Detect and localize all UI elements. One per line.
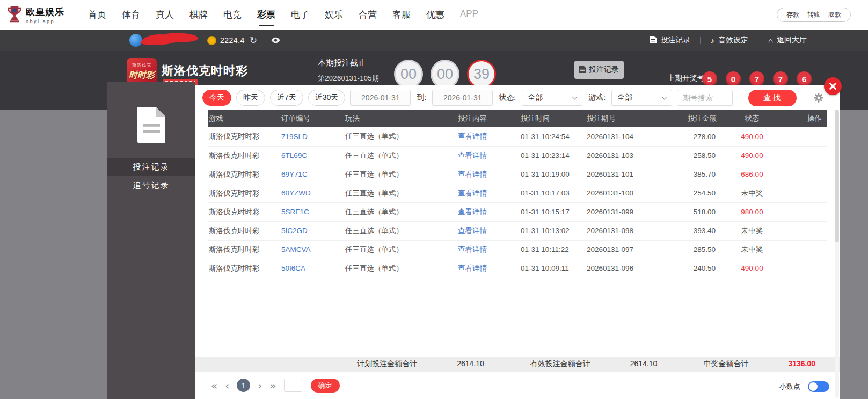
prev-page-button[interactable]: ‹ [225, 380, 229, 391]
plan-total-label: 计划投注金额合计 [357, 359, 417, 369]
quick-filter-30days[interactable]: 近30天 [308, 90, 346, 106]
play-cell: 任三直选（单式） [344, 184, 457, 202]
column-header-9: 操作 [786, 110, 827, 127]
withdraw-button[interactable]: 取款 [828, 10, 841, 19]
view-detail-link[interactable]: 查看详情 [457, 221, 520, 240]
refresh-balance-icon[interactable]: ↻ [250, 36, 257, 45]
view-detail-link[interactable]: 查看详情 [457, 184, 520, 202]
op-cell [786, 202, 827, 221]
search-button[interactable]: 查找 [748, 90, 797, 106]
close-icon[interactable] [824, 77, 842, 95]
amount-cell: 518.00 [666, 202, 717, 221]
current-page-indicator[interactable]: 1 [237, 379, 250, 392]
order-link[interactable]: 5AMCVA [280, 240, 344, 259]
nav-item-chess[interactable]: 棋牌 [189, 5, 208, 25]
banner-bet-record-label: 投注记录 [589, 65, 619, 75]
nav-item-promo[interactable]: 优惠 [426, 5, 444, 25]
period-search-input[interactable] [677, 90, 733, 106]
op-cell [786, 165, 827, 184]
status-select[interactable]: 全部 [522, 90, 582, 106]
confirm-page-button[interactable]: 确定 [311, 379, 340, 393]
date-to-input[interactable] [432, 90, 493, 106]
nav-item-entertainment[interactable]: 娱乐 [325, 5, 343, 25]
quick-filter-yesterday[interactable]: 昨天 [236, 90, 265, 106]
last-page-button[interactable]: » [269, 380, 276, 391]
order-link[interactable]: 50I6CA [280, 259, 344, 278]
date-from-input[interactable] [350, 90, 411, 106]
period-cell: 20260131-103 [586, 146, 666, 165]
first-page-button[interactable]: « [211, 380, 217, 391]
order-link[interactable]: 5SRF1C [280, 202, 344, 221]
nav-item-app[interactable]: APP [460, 5, 478, 25]
game-select[interactable]: 全部 [611, 90, 672, 106]
game-cell: 斯洛伐克时时彩 [208, 184, 280, 202]
main-nav: 首页 体育 真人 棋牌 电竞 彩票 电子 娱乐 合营 客服 优惠 APP [88, 5, 478, 25]
table-row: 斯洛伐克时时彩719SLD任三直选（单式）查看详情01-31 10:24:542… [208, 127, 827, 146]
amount-cell: 240.50 [666, 259, 717, 278]
order-link[interactable]: 60YZWD [280, 184, 344, 202]
status-cell: 490.00 [717, 127, 786, 146]
period-cell: 20260131-100 [586, 184, 666, 202]
table-row: 斯洛伐克时时彩6TL69C任三直选（单式）查看详情01-31 10:23:142… [208, 146, 827, 165]
order-link[interactable]: 6TL69C [280, 146, 344, 165]
gear-icon[interactable] [813, 92, 824, 103]
column-header-2: 订单编号 [280, 110, 344, 127]
status-select-value: 全部 [528, 93, 543, 103]
sidebar-item-bet-record[interactable]: 投注记录 [107, 158, 195, 176]
view-detail-link[interactable]: 查看详情 [457, 165, 520, 184]
transfer-button[interactable]: 转账 [807, 10, 820, 19]
play-cell: 任三直选（单式） [344, 202, 457, 221]
countdown: 00 00 39 [394, 60, 496, 89]
deadline-label: 本期投注截止 [318, 58, 379, 68]
nav-item-alliance[interactable]: 合营 [359, 5, 377, 25]
wallet-actions: 存款 转账 取款 [777, 8, 851, 22]
nav-item-live[interactable]: 真人 [156, 5, 174, 25]
order-link[interactable]: 5IC2GD [280, 221, 344, 240]
chevron-down-icon [572, 94, 578, 99]
time-cell: 01-31 10:09:11 [520, 259, 586, 278]
period-cell: 20260131-096 [586, 259, 666, 278]
page-jump-input[interactable] [284, 379, 302, 392]
status-cell: 490.00 [717, 146, 786, 165]
quick-filter-today[interactable]: 今天 [202, 90, 231, 106]
banner-bet-record-button[interactable]: 投注记录 [574, 61, 624, 79]
win-total-group: 中奖金额合计 3136.00 [703, 359, 815, 369]
time-cell: 01-31 10:11:22 [520, 240, 586, 259]
nav-item-home[interactable]: 首页 [88, 5, 106, 25]
back-lobby-link[interactable]: ⌂ 返回大厅 [758, 35, 816, 45]
bet-record-link[interactable]: 投注记录 [640, 35, 700, 45]
bet-record-label: 投注记录 [660, 35, 690, 45]
view-detail-link[interactable]: 查看详情 [457, 240, 520, 259]
back-lobby-label: 返回大厅 [777, 35, 807, 45]
play-cell: 任三直选（单式） [344, 127, 457, 146]
next-page-button[interactable]: › [258, 380, 262, 391]
nav-item-lottery[interactable]: 彩票 [257, 5, 275, 25]
nav-item-service[interactable]: 客服 [392, 5, 411, 25]
filter-bar: 今天 昨天 近7天 近30天 到: 状态: 全部 游戏: 全部 查找 [195, 85, 840, 110]
order-link[interactable]: 719SLD [280, 127, 344, 146]
column-header-3: 玩法 [344, 110, 457, 127]
game-cell: 斯洛伐克时时彩 [208, 165, 280, 184]
view-detail-link[interactable]: 查看详情 [457, 127, 520, 146]
sound-setting-link[interactable]: ♪ 音效设定 [701, 35, 758, 45]
quick-filter-7days[interactable]: 近7天 [270, 90, 303, 106]
view-detail-link[interactable]: 查看详情 [457, 259, 520, 278]
order-link[interactable]: 69Y71C [280, 165, 344, 184]
op-cell [786, 259, 827, 278]
lottery-logo-small-text: 斯洛伐克 [127, 62, 157, 68]
status-cell: 686.00 [717, 165, 786, 184]
bet-record-doc-icon [134, 105, 169, 143]
sidebar-item-chase-record[interactable]: 追号记录 [107, 176, 195, 194]
deposit-button[interactable]: 存款 [786, 10, 799, 19]
nav-item-sports[interactable]: 体育 [122, 5, 140, 25]
scrollbar-thumb[interactable] [835, 110, 839, 242]
brand-logo[interactable]: 欧皇娱乐 ohyl.app [6, 5, 85, 25]
modal-scrollbar[interactable] [835, 110, 839, 398]
decimal-toggle[interactable] [808, 381, 829, 392]
eye-icon[interactable] [271, 37, 280, 43]
decimal-label: 小数点 [779, 382, 800, 391]
view-detail-link[interactable]: 查看详情 [457, 146, 520, 165]
nav-item-esports[interactable]: 电竞 [223, 5, 242, 25]
nav-item-slots[interactable]: 电子 [291, 5, 309, 25]
view-detail-link[interactable]: 查看详情 [457, 202, 520, 221]
